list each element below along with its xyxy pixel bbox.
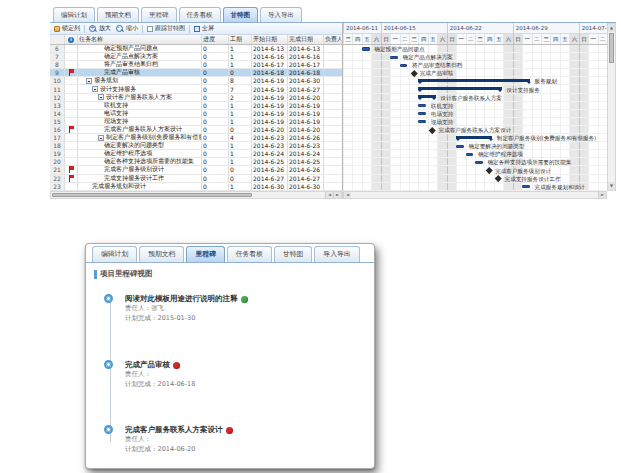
- gantt-bar[interactable]: [418, 79, 530, 82]
- tab-task-board[interactable]: 任务看板: [227, 246, 272, 262]
- milestone-title-text: 完成客户服务联系人方案设计: [125, 425, 223, 435]
- gantt-scroll-right-arrow-icon[interactable]: ►: [598, 192, 606, 198]
- duration-cell: 1: [229, 102, 252, 109]
- zoom-out-button[interactable]: -缩小: [115, 24, 139, 33]
- duration-cell: 8: [229, 77, 252, 84]
- task-name-text: 确定产品点解决方案: [104, 53, 158, 60]
- gantt-bar[interactable]: [418, 95, 435, 98]
- column-header-owner[interactable]: 负责人: [324, 35, 342, 44]
- task-name-text: 确定各种支持选项所需要的技能集: [104, 158, 194, 165]
- start-date-cell: 2014-6-26: [252, 166, 288, 173]
- table-row[interactable]: 6确定预期产品问题点012014-6-132014-6-13: [50, 45, 342, 53]
- table-row[interactable]: 23完成服务规划和设计012014-6-302014-6-30: [50, 183, 342, 191]
- table-row[interactable]: 18确定要解决的问题类型012014-6-232014-6-23: [50, 142, 342, 150]
- column-header-finish-date[interactable]: 完成日期: [288, 35, 324, 44]
- table-row[interactable]: 16完成客户服务联系人方案设计002014-6-202014-6-20: [50, 126, 342, 134]
- collapse-icon[interactable]: [98, 135, 104, 141]
- gantt-bar[interactable]: [390, 56, 398, 59]
- table-row[interactable]: 7确定产品点解决方案012014-6-162014-6-16: [50, 53, 342, 61]
- duration-cell: 1: [229, 158, 252, 165]
- tab-import-export[interactable]: 导入导出: [314, 246, 359, 262]
- gantt-bar[interactable]: [400, 64, 408, 67]
- tab-gantt[interactable]: 甘特图: [274, 246, 312, 262]
- table-row[interactable]: 9完成产品审核002014-6-182014-6-18: [50, 69, 342, 77]
- gantt-scroll-left-arrow-icon[interactable]: ◄: [343, 192, 351, 198]
- zoom-in-button[interactable]: +放大: [88, 24, 112, 33]
- table-row[interactable]: 15现场支持012014-6-192014-6-19: [50, 118, 342, 126]
- gantt-day-header: 三四五六日一二三四五六日一二三四五六日一二三四五六日一二: [343, 34, 607, 45]
- table-row[interactable]: 14电话支持012014-6-192014-6-19: [50, 110, 342, 118]
- finish-date-cell: 2014-6-30: [288, 183, 324, 190]
- milestone-item[interactable]: 完成客户服务联系人方案设计责任人：计划完成：2014-06-20: [104, 425, 368, 454]
- tab-import-export[interactable]: 导入导出: [260, 7, 302, 22]
- task-name-text: 完成服务规划和设计: [92, 183, 146, 190]
- tab-edit-plan[interactable]: 编辑计划: [92, 246, 137, 262]
- milestone-item[interactable]: 阅读对此模板用途进行说明的注释责任人：张飞计划完成：2015-01-30: [104, 294, 368, 323]
- gantt-h-scrollbar[interactable]: ◄ ►: [342, 191, 607, 199]
- collapse-icon[interactable]: [98, 94, 104, 100]
- start-date-cell: 2014-6-19: [252, 110, 288, 117]
- gantt-bar[interactable]: [456, 145, 464, 148]
- tab-expect-docs[interactable]: 预期文档: [97, 7, 139, 22]
- milestone-item[interactable]: 完成产品审核责任人：计划完成：2014-06-18: [104, 360, 368, 389]
- column-header-progress[interactable]: 进度: [202, 35, 229, 44]
- table-h-scrollbar[interactable]: ◄ ►: [50, 191, 342, 199]
- scroll-down-arrow-icon[interactable]: ▼: [608, 182, 615, 190]
- tab-expect-docs[interactable]: 预期文档: [139, 246, 184, 262]
- table-row[interactable]: 12设计客户服务联系人方案022014-6-192014-6-20: [50, 94, 342, 102]
- column-header-start-date[interactable]: 开始日期: [252, 35, 288, 44]
- start-date-cell: 2014-6-24: [252, 150, 288, 157]
- row-number: 6: [50, 45, 65, 52]
- owner-cell: [324, 45, 342, 52]
- day-header-cell: 六: [503, 34, 512, 45]
- table-row[interactable]: 8将产品审查结果归档012014-6-172014-6-17: [50, 61, 342, 69]
- gantt-bar[interactable]: [418, 87, 501, 90]
- gantt-bar[interactable]: [362, 47, 370, 50]
- gantt-bar[interactable]: [466, 153, 474, 156]
- gantt-bar[interactable]: [522, 185, 530, 188]
- table-row[interactable]: 20确定各种支持选项所需要的技能集012014-6-252014-6-25: [50, 158, 342, 166]
- tab-edit-plan[interactable]: 编辑计划: [53, 7, 95, 22]
- task-name-cell: 制定客户服务级别(免费服务和有偿服务): [78, 134, 202, 141]
- row-number: 7: [50, 53, 65, 60]
- table-row[interactable]: 17制定客户服务级别(免费服务和有偿服务)042014-6-232014-6-2…: [50, 134, 342, 142]
- gantt-h-scroll-track[interactable]: [351, 192, 598, 198]
- v-scroll-track[interactable]: [608, 64, 615, 182]
- gantt-v-scrollbar[interactable]: ▲ ▼: [607, 23, 616, 191]
- week-label: 2014-06-22: [447, 23, 482, 34]
- column-header-duration[interactable]: 工期: [229, 35, 252, 44]
- tab-milestone[interactable]: 里程碑: [141, 7, 177, 22]
- scroll-up-arrow-icon[interactable]: ▲: [608, 24, 615, 32]
- collapse-icon[interactable]: [92, 86, 98, 92]
- milestone-flag-icon: [68, 69, 74, 76]
- column-header-task-name[interactable]: 任务名称: [78, 35, 202, 44]
- gantt-bar[interactable]: [456, 136, 492, 139]
- table-row[interactable]: 11设计支持服务072014-6-192014-6-27: [50, 85, 342, 93]
- h-scroll-thumb[interactable]: [52, 193, 252, 197]
- collapse-icon[interactable]: [86, 78, 92, 84]
- table-row[interactable]: 22完成支持服务设计工作002014-6-272014-6-27: [50, 175, 342, 183]
- title-accent-bar: [94, 270, 97, 279]
- table-row[interactable]: 13联机支持012014-6-192014-6-19: [50, 102, 342, 110]
- gantt-view-content: 锁定列 +放大 -缩小 跟踪甘特图 全屏 i 任务名称进度工期开始日期完成日期负…: [50, 23, 616, 199]
- h-scroll-track[interactable]: [253, 192, 325, 198]
- table-row[interactable]: 19确定维护程序选项012014-6-242014-6-24: [50, 150, 342, 158]
- scroll-right-arrow-icon[interactable]: ►: [333, 192, 341, 198]
- tab-gantt[interactable]: 甘特图: [223, 7, 259, 22]
- fullscreen-button[interactable]: 全屏: [193, 24, 215, 33]
- task-name-cell: 设计客户服务联系人方案: [78, 94, 202, 101]
- scroll-left-arrow-icon[interactable]: ◄: [325, 192, 333, 198]
- gantt-bar[interactable]: [418, 112, 426, 115]
- track-gantt-checkbox[interactable]: 跟踪甘特图: [146, 24, 186, 33]
- gantt-bar-label: 现场支持: [431, 118, 453, 126]
- v-scroll-thumb[interactable]: [609, 33, 614, 63]
- finish-date-cell: 2014-6-24: [288, 150, 324, 157]
- tab-task-board[interactable]: 任务看板: [179, 7, 221, 22]
- lock-column-button[interactable]: 锁定列: [53, 24, 81, 33]
- gantt-bar[interactable]: [418, 104, 426, 107]
- gantt-row: [343, 53, 607, 61]
- gantt-bar[interactable]: [475, 161, 483, 164]
- table-row[interactable]: 10服务规划082014-6-192014-6-30: [50, 77, 342, 85]
- table-row[interactable]: 21完成客户服务级别设计002014-6-262014-6-26: [50, 166, 342, 174]
- tab-milestone[interactable]: 里程碑: [186, 246, 224, 262]
